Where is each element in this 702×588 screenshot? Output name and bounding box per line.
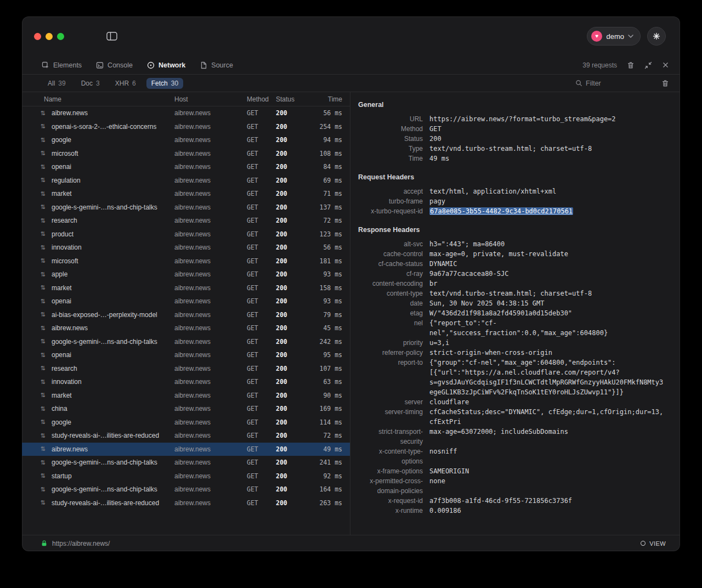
profile-menu-button[interactable]: ♥ demo [587,27,641,46]
table-row[interactable]: ⇅market aibrew.news GET 200 71 ms [22,187,350,201]
request-host: aibrew.news [174,163,247,171]
tab-elements[interactable]: Elements [42,61,82,69]
table-row[interactable]: ⇅market aibrew.news GET 200 90 ms [22,389,350,403]
request-time: 49 ms [309,445,350,453]
header-value: a7f3b008-a1fd-46cd-9f55-721856c3736f [429,496,666,506]
transfer-arrows-icon: ⇅ [38,486,47,493]
search-icon [575,80,582,87]
request-status: 200 [276,405,309,412]
header-value: text/vnd.turbo-stream.html; charset=utf-… [429,144,666,154]
table-row[interactable]: ⇅study-reveals-ai-…ilities-are-reduced a… [22,496,350,510]
request-name: openai [52,351,71,359]
request-method: GET [247,190,276,197]
command-palette-button[interactable] [647,27,666,46]
table-row[interactable]: ⇅microsoft aibrew.news GET 200 181 ms [22,255,350,268]
tab-network[interactable]: Network [147,61,185,69]
lock-icon [41,540,48,547]
header-field: strict-transport-security max-age=630720… [358,427,666,446]
request-method: GET [247,485,276,493]
request-time: 72 ms [309,217,350,224]
request-name: innovation [52,378,82,386]
request-status: 200 [276,432,309,439]
request-method: GET [247,123,276,131]
filter-doc[interactable]: Doc3 [76,78,105,89]
filter-fetch[interactable]: Fetch30 [146,78,183,89]
header-field: x-permitted-cross-domain-policies none [358,476,666,496]
table-row[interactable]: ⇅openai aibrew.news GET 200 84 ms [22,160,350,174]
table-row[interactable]: ⇅microsoft aibrew.news GET 200 108 ms [22,147,350,161]
transfer-arrows-icon: ⇅ [38,459,47,466]
header-key: accept [358,186,423,196]
request-status: 200 [276,378,309,386]
header-field: x-turbo-request-id 67a8e085-3b55-4482-9c… [358,206,666,216]
request-status: 200 [276,217,309,224]
table-row[interactable]: ⇅google-s-gemini-…ns-and-chip-talks aibr… [22,483,350,496]
table-row[interactable]: ⇅aibrew.news aibrew.news GET 200 56 ms [22,106,350,120]
request-status: 200 [276,257,309,265]
table-row[interactable]: ⇅openai aibrew.news GET 200 93 ms [22,295,350,308]
sidebar-toggle-button[interactable] [103,28,121,44]
table-row[interactable]: ⇅innovation aibrew.news GET 200 56 ms [22,241,350,255]
filter-all[interactable]: All39 [43,78,71,89]
clear-filter-button[interactable] [660,78,670,88]
request-host: aibrew.news [174,324,247,332]
table-row[interactable]: ⇅regulation aibrew.news GET 200 69 ms [22,174,350,188]
transfer-arrows-icon: ⇅ [38,392,47,399]
table-row[interactable]: ⇅product aibrew.news GET 200 123 ms [22,228,350,241]
tab-console[interactable]: Console [96,61,133,69]
zoom-window-button[interactable] [57,33,64,40]
request-host: aibrew.news [174,177,247,184]
table-row[interactable]: ⇅google aibrew.news GET 200 114 ms [22,416,350,429]
header-key: content-type [358,289,423,298]
table-row[interactable]: ⇅apple aibrew.news GET 200 93 ms [22,268,350,281]
request-name: aibrew.news [52,324,88,332]
header-field: turbo-frame pagy [358,196,666,206]
filter-input[interactable] [586,80,652,87]
transfer-arrows-icon: ⇅ [38,217,47,224]
table-row[interactable]: ⇅google-s-gemini-…ns-and-chip-talks aibr… [22,335,350,349]
table-row[interactable]: ⇅openai-s-sora-2-…-ethical-concerns aibr… [22,120,350,134]
request-status: 200 [276,177,309,184]
request-name: market [52,190,72,197]
collapse-devtools-button[interactable] [643,60,653,70]
transfer-arrows-icon: ⇅ [38,190,47,197]
table-row[interactable]: ⇅study-reveals-ai-…ilities-are-reduced a… [22,429,350,443]
table-row[interactable]: ⇅startup aibrew.news GET 200 92 ms [22,470,350,483]
table-row[interactable]: ⇅market aibrew.news GET 200 158 ms [22,281,350,295]
table-row[interactable]: ⇅research aibrew.news GET 200 107 ms [22,362,350,376]
clear-requests-button[interactable] [626,60,636,70]
request-host: aibrew.news [174,432,247,439]
request-host: aibrew.news [174,136,247,144]
statusbar: https://aibrew.news/ VIEW [22,535,680,551]
request-time: 84 ms [309,163,350,171]
table-row[interactable]: ⇅aibrew.news aibrew.news GET 200 49 ms [22,443,350,456]
request-time: 79 ms [309,311,350,319]
header-key: Method [358,124,423,134]
table-row[interactable]: ⇅ai-bias-exposed-…-perplexity-model aibr… [22,308,350,322]
request-name: openai [52,297,71,305]
table-row[interactable]: ⇅google-s-gemini-…ns-and-chip-talks aibr… [22,201,350,214]
general-section: General URL https://aibrew.news/?format=… [358,101,666,163]
close-devtools-button[interactable] [661,60,670,70]
table-row[interactable]: ⇅google aibrew.news GET 200 94 ms [22,133,350,147]
table-row[interactable]: ⇅aibrew.news aibrew.news GET 200 45 ms [22,321,350,335]
close-window-button[interactable] [34,33,41,40]
table-row[interactable]: ⇅google-s-gemini-…ns-and-chip-talks aibr… [22,456,350,470]
tab-source[interactable]: Source [200,61,233,69]
request-name: aibrew.news [52,109,88,117]
minimize-window-button[interactable] [46,33,53,40]
table-row[interactable]: ⇅openai aibrew.news GET 200 95 ms [22,348,350,362]
table-row[interactable]: ⇅innovation aibrew.news GET 200 63 ms [22,375,350,389]
view-button[interactable]: VIEW [640,540,666,547]
request-method: GET [247,244,276,251]
filter-xhr[interactable]: XHR6 [110,78,141,89]
table-row[interactable]: ⇅china aibrew.news GET 200 169 ms [22,402,350,416]
header-field: content-encoding br [358,279,666,289]
request-time: 93 ms [309,297,350,305]
request-method: GET [247,177,276,184]
request-status: 200 [276,392,309,399]
table-row[interactable]: ⇅research aibrew.news GET 200 72 ms [22,214,350,228]
request-status: 200 [276,136,309,144]
request-method: GET [247,203,276,211]
source-icon [200,61,207,69]
